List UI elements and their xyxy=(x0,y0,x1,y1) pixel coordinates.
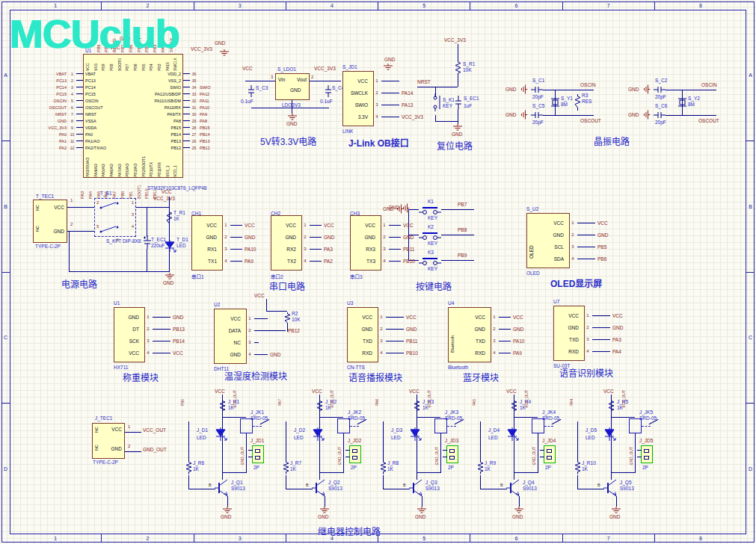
gnd-net-label[interactable]: GND xyxy=(221,514,231,519)
module-crystal[interactable]: GND S_C1 20pF OSCIN GND S_C5 20pF OSCOUT… xyxy=(505,73,727,145)
led-value[interactable]: LED xyxy=(176,243,186,248)
crystal-title[interactable]: 晶振电路 xyxy=(594,135,630,147)
net-label[interactable]: PB13 xyxy=(170,327,185,332)
mcu-pin-row[interactable]: 29PA8 xyxy=(183,117,225,124)
mcuclub-logo[interactable]: MCUclub xyxy=(9,10,179,57)
reset-title[interactable]: 复位电路 xyxy=(437,139,473,152)
res-designator[interactable]: J_R8 xyxy=(387,460,399,466)
net-label[interactable]: VCC_OUT xyxy=(330,390,338,408)
dht11-designator[interactable]: U2 xyxy=(214,302,220,307)
vcc3v3-net-label[interactable]: VCC_3V3 xyxy=(444,37,466,43)
mcu-pin-row[interactable]: PA111 xyxy=(41,137,83,144)
relay-channel[interactable]: VCC J_R3 1K VCC_OUT J_JK3 SRD-05 J_D3 LE… xyxy=(370,389,467,522)
mcu-pin-row[interactable]: OSCOUT6 xyxy=(41,104,83,111)
relay-value[interactable]: SRD-05 xyxy=(542,415,559,421)
su03t-designator[interactable]: U7 xyxy=(553,299,559,304)
net-label[interactable]: GND xyxy=(268,352,280,357)
gnd-net-label[interactable]: GND xyxy=(628,112,639,117)
led-designator[interactable]: J_D5 xyxy=(586,427,597,433)
cntts-title[interactable]: 语音播报模块 xyxy=(348,371,402,383)
ldo-body[interactable]: S_LDO1 Vin Vout GND LDO3V3 xyxy=(275,73,310,100)
oled-designator[interactable]: S_U2 xyxy=(526,206,538,211)
serial-port[interactable]: CH1 VCC1VCC GND2GND RX13PA10 TX14PA9 串口1 xyxy=(191,211,260,280)
net-label[interactable]: VCC xyxy=(404,315,417,320)
transistor-value[interactable]: S9013 xyxy=(523,486,537,491)
typec-connector-body[interactable]: NC VCC NC GND TYPE-C-2P xyxy=(92,423,125,459)
cap-designator[interactable]: S_C5 xyxy=(532,103,544,108)
res-designator[interactable]: J_R9 xyxy=(485,460,496,466)
cap-value[interactable]: 0.1uF xyxy=(320,99,333,104)
ldo-title[interactable]: 5V转3.3V电路 xyxy=(260,135,316,147)
net-label[interactable]: GND xyxy=(610,325,623,330)
transistor-designator[interactable]: J_Q1 xyxy=(231,480,243,485)
relay-designator[interactable]: J_JK2 xyxy=(348,409,361,415)
conn-designator[interactable]: J_JD5 xyxy=(639,438,653,443)
mcu-pin-row[interactable]: PC132 xyxy=(41,77,83,84)
net-label[interactable]: PA2 xyxy=(322,259,333,264)
net-label[interactable]: GND xyxy=(595,232,608,238)
net-label[interactable]: PA3 xyxy=(322,247,333,252)
relay-value[interactable]: SRD-05 xyxy=(251,415,268,421)
output-connector[interactable] xyxy=(446,445,458,463)
net-label[interactable]: GND xyxy=(242,235,255,240)
net-label[interactable]: PA3 xyxy=(610,337,621,342)
cap-value[interactable]: 1uF xyxy=(464,103,472,108)
output-connector[interactable] xyxy=(544,445,556,463)
oled-part[interactable]: OLED xyxy=(526,271,540,276)
hx711-part[interactable]: HX711 xyxy=(114,365,128,370)
switch-part[interactable]: S_KFT DIP-8X8 xyxy=(106,238,141,244)
net-label[interactable]: VCC_OUT xyxy=(143,427,166,433)
transistor-value[interactable]: S9013 xyxy=(231,486,245,491)
mcu-pin-row[interactable]: PA010 xyxy=(41,131,83,137)
oscin-net-label[interactable]: OSCIN xyxy=(701,82,717,87)
net-label[interactable]: VCC_OUT xyxy=(524,390,532,408)
tec-part[interactable]: TYPE-C-2P xyxy=(35,244,61,249)
transistor-designator[interactable]: J_Q3 xyxy=(425,480,437,485)
module-cntts[interactable]: U3 VCC1VCC GND2GND TXD3PB11 RXD4PB10 CN-… xyxy=(344,299,443,375)
mcu-pin-row[interactable]: VBAT1 xyxy=(41,70,83,77)
vcc-net-label[interactable]: VCC xyxy=(242,66,253,71)
net-label[interactable]: PB12 xyxy=(286,328,300,333)
res-designator[interactable]: T_R1 xyxy=(173,210,185,215)
power-title[interactable]: 电源电路 xyxy=(61,277,97,290)
output-connector[interactable] xyxy=(349,445,361,463)
relay-value[interactable]: SRD-05 xyxy=(639,415,657,421)
res-designator[interactable]: S_R1 xyxy=(463,61,475,67)
module-power[interactable]: T_TEC1 NC VCC NC GND TYPE-C-2P 1 2 T_S1 … xyxy=(22,189,191,289)
key-designator[interactable]: K1 xyxy=(428,199,434,204)
gnd-net-label[interactable]: GND xyxy=(384,57,395,62)
net-label[interactable]: GND xyxy=(170,315,183,320)
output-connector[interactable] xyxy=(252,445,264,463)
net-label[interactable]: GND_OUT xyxy=(629,447,637,465)
led-designator[interactable]: J_D1 xyxy=(197,427,208,433)
relay-designator[interactable]: J_JK4 xyxy=(542,409,556,415)
typec-connector-body[interactable]: NC VCC NC GND TYPE-C-2P xyxy=(33,200,67,243)
cntts-designator[interactable]: U3 xyxy=(347,300,353,306)
ldo-designator[interactable]: S_LDO1 xyxy=(277,67,296,72)
conn-value[interactable]: 2P xyxy=(253,465,259,470)
conn-value[interactable]: 2P xyxy=(642,465,648,470)
net-label[interactable]: PB7 xyxy=(458,202,467,207)
mcu-pin-row[interactable]: VCC_3V39 xyxy=(41,124,83,131)
res-value[interactable]: 1K xyxy=(485,466,491,472)
conn-designator[interactable]: J_JD1 xyxy=(251,438,264,443)
conn-value[interactable]: 2P xyxy=(351,465,357,470)
net-label[interactable]: GND xyxy=(404,327,417,332)
mcu-pin-row[interactable]: PC154 xyxy=(41,90,83,97)
net-label[interactable]: PA4 xyxy=(569,399,577,406)
mcu-pin-row[interactable]: PC143 xyxy=(41,84,83,90)
oled-title[interactable]: OLED显示屏 xyxy=(550,276,602,289)
relay-tec-part[interactable]: TYPE-C-2P xyxy=(93,460,118,465)
transistor-value[interactable]: S9013 xyxy=(328,486,342,491)
conn-designator[interactable]: J_JD3 xyxy=(445,438,458,443)
net-label[interactable]: VCC xyxy=(595,220,608,226)
net-label[interactable]: PA7 xyxy=(277,399,286,406)
cap-designator[interactable]: S_C2 xyxy=(655,78,667,83)
gnd-net-label[interactable]: GND xyxy=(609,514,620,519)
mcu-pin-row[interactable]: GND8 xyxy=(41,117,83,124)
vcc-net-label[interactable]: VCC xyxy=(215,389,225,394)
bt-title[interactable]: 蓝牙模块 xyxy=(463,371,499,383)
relay-channel[interactable]: VCC J_R1 1K VCC_OUT J_JK1 SRD-05 J_D1 LE… xyxy=(176,389,273,522)
mcu-pin-row[interactable]: 31PA10 xyxy=(183,104,225,111)
net-label[interactable]: GND_OUT xyxy=(240,447,248,465)
